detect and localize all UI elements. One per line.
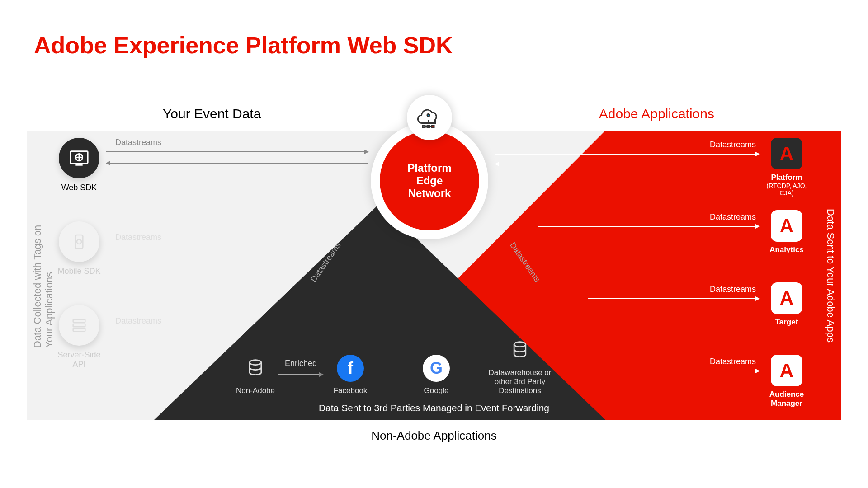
server-api-icon: [59, 305, 99, 346]
svg-rect-5: [73, 324, 85, 327]
app-analytics: A Analytics: [760, 210, 814, 254]
mobile-sdk-label: Mobile SDK: [52, 267, 106, 276]
svg-rect-4: [73, 319, 85, 323]
cloud-network-icon: [407, 95, 452, 140]
svg-rect-9: [427, 126, 429, 128]
target-icon: A: [771, 282, 802, 314]
platform-sub: (RTCDP, AJO, CJA): [760, 182, 814, 197]
web-sdk-label: Web SDK: [52, 183, 106, 192]
ds-web-label: Datastreams: [115, 138, 161, 147]
enriched-label: Enriched: [285, 359, 317, 368]
ds-mobile-label: Datastreams: [115, 233, 161, 242]
arrow-from-platform: [495, 164, 760, 164]
label-your-event-data: Your Event Data: [163, 106, 261, 122]
label-non-adobe-apps: Non-Adobe Applications: [371, 429, 497, 443]
platform-name: Platform: [760, 173, 814, 182]
sdk-mobile: Mobile SDK: [52, 221, 106, 276]
arrow-enriched: [278, 374, 323, 375]
google-icon: G: [423, 355, 450, 382]
arrow-web-to-hub: [106, 151, 368, 152]
ds-target-label: Datastreams: [710, 285, 756, 294]
svg-point-11: [250, 360, 261, 365]
tp-facebook: f Facebook: [316, 355, 384, 395]
ds-server-label: Datastreams: [115, 316, 161, 326]
web-sdk-icon: [59, 138, 99, 178]
server-api-label: Server-Side API: [52, 350, 106, 369]
tp-warehouse: Datawarehouse or other 3rd Party Destina…: [486, 337, 554, 395]
hub-line1: Platform: [407, 162, 451, 174]
ds-audience-label: Datastreams: [710, 357, 756, 366]
tp-google: G Google: [402, 355, 470, 395]
warehouse-icon: [506, 337, 533, 364]
tp-non-adobe-label: Non-Adobe: [236, 386, 275, 395]
tp-facebook-label: Facebook: [334, 386, 368, 395]
label-event-forwarding: Data Sent to 3rd Parties Managed in Even…: [319, 403, 549, 413]
page-title: Adobe Experience Platform Web SDK: [34, 32, 453, 59]
analytics-name: Analytics: [760, 245, 814, 254]
sdk-web: Web SDK: [52, 138, 106, 192]
tp-google-label: Google: [424, 386, 449, 395]
ds-analytics-label: Datastreams: [710, 212, 756, 222]
label-adobe-apps: Adobe Applications: [599, 106, 714, 122]
audience-name: Audience Manager: [760, 390, 814, 408]
architecture-diagram: Your Event Data Adobe Applications Non-A…: [27, 131, 841, 420]
database-icon: [242, 355, 269, 382]
arrow-hub-to-web: [106, 163, 368, 164]
app-target: A Target: [760, 282, 814, 327]
target-name: Target: [760, 318, 814, 327]
audience-icon: A: [771, 355, 802, 386]
svg-rect-6: [73, 328, 85, 332]
edge-network-label: Platform Edge Network: [380, 131, 479, 230]
arrow-to-audience: [633, 371, 760, 371]
tp-warehouse-label: Datawarehouse or other 3rd Party Destina…: [489, 368, 552, 395]
facebook-icon: f: [337, 355, 364, 382]
platform-icon: A: [771, 138, 802, 169]
arrow-to-target: [588, 298, 760, 299]
svg-rect-10: [432, 126, 434, 128]
svg-point-3: [77, 239, 81, 244]
app-audience: A Audience Manager: [760, 355, 814, 408]
svg-point-12: [514, 342, 526, 347]
app-platform: A Platform (RTCDP, AJO, CJA): [760, 138, 814, 197]
svg-rect-8: [423, 126, 425, 128]
mobile-sdk-icon: [59, 221, 99, 262]
hub-line2: Edge: [416, 174, 443, 187]
label-data-sent-adobe: Data Sent to Your Adobe Apps: [825, 209, 836, 343]
sdk-server: Server-Side API: [52, 305, 106, 369]
arrow-to-analytics: [538, 226, 760, 227]
analytics-icon: A: [771, 210, 802, 242]
tp-non-adobe: Non-Adobe: [222, 355, 289, 395]
hub-line3: Network: [408, 187, 451, 200]
svg-point-7: [427, 114, 429, 117]
arrow-to-platform: [495, 154, 760, 155]
ds-platform-label: Datastreams: [710, 140, 756, 150]
